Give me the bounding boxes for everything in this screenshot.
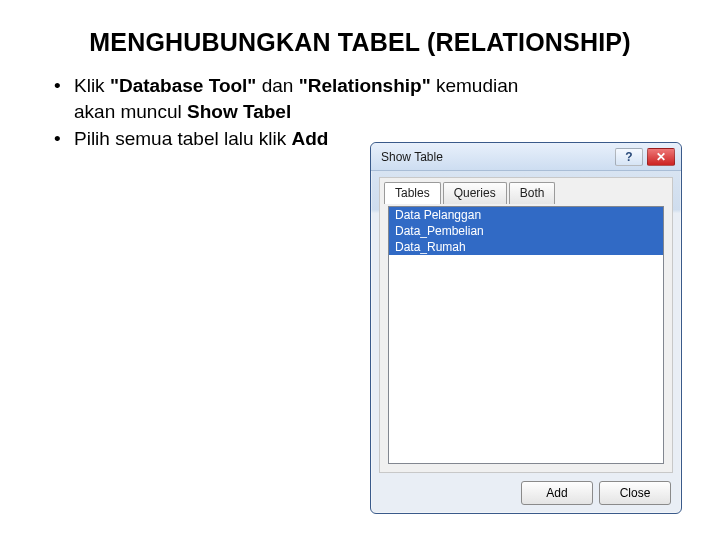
close-button[interactable]: Close <box>599 481 671 505</box>
close-icon[interactable]: ✕ <box>647 148 675 166</box>
list-item[interactable]: Data_Pembelian <box>389 223 663 239</box>
bullet-list: Klik "Database Tool" dan "Relationship" … <box>0 65 720 152</box>
bullet-2-bold-a: Add <box>292 128 329 149</box>
bullet-1-bold-a: "Database Tool" <box>110 75 256 96</box>
show-table-dialog: Show Table ? ✕ Tables Queries Both Data … <box>370 142 682 514</box>
bullet-1: Klik "Database Tool" dan "Relationship" … <box>74 73 554 124</box>
dialog-titlebar[interactable]: Show Table ? ✕ <box>371 143 681 171</box>
bullet-1-bold-b: "Relationship" <box>299 75 431 96</box>
add-button[interactable]: Add <box>521 481 593 505</box>
list-item[interactable]: Data Pelanggan <box>389 207 663 223</box>
tab-strip: Tables Queries Both <box>380 178 672 204</box>
list-item[interactable]: Data_Rumah <box>389 239 663 255</box>
bullet-1-bold-c: Show Tabel <box>187 101 291 122</box>
dialog-button-row: Add Close <box>521 481 671 505</box>
help-icon[interactable]: ? <box>615 148 643 166</box>
bullet-1-text-b: dan <box>256 75 298 96</box>
bullet-2: Pilih semua tabel lalu klik Add <box>74 126 374 152</box>
dialog-title: Show Table <box>381 150 611 164</box>
tab-both[interactable]: Both <box>509 182 556 204</box>
tab-tables[interactable]: Tables <box>384 182 441 204</box>
dialog-body: Tables Queries Both Data Pelanggan Data_… <box>379 177 673 473</box>
bullet-1-text-a: Klik <box>74 75 110 96</box>
table-listbox[interactable]: Data Pelanggan Data_Pembelian Data_Rumah <box>388 206 664 464</box>
bullet-2-text-a: Pilih semua tabel lalu klik <box>74 128 292 149</box>
slide-title: MENGHUBUNGKAN TABEL (RELATIONSHIP) <box>0 0 720 65</box>
tab-queries[interactable]: Queries <box>443 182 507 204</box>
